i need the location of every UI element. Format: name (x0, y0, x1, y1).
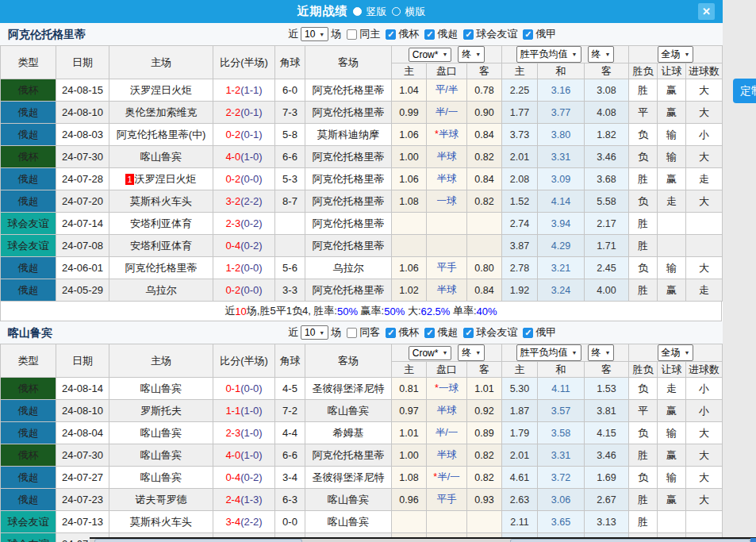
avg-away-odds: 4.15 (585, 422, 629, 444)
sub-header-7: 让球 (658, 362, 686, 378)
crown-home-odds: 1.08 (392, 190, 427, 213)
goals-result-cell: 走 (686, 168, 723, 190)
crown-away-odds (467, 511, 502, 533)
fulltime-select[interactable]: 全场▼ (658, 46, 694, 63)
final-avg-select-value: 终 (592, 346, 601, 359)
score: 3-2(2-2) (213, 190, 275, 213)
same-venue-checkbox[interactable] (347, 328, 357, 338)
league-checkbox-1[interactable] (424, 29, 435, 40)
league-checkbox-2[interactable] (463, 29, 474, 40)
avg-odds-select[interactable]: 胜平负均值▼ (516, 46, 581, 63)
avg-away-odds: 2.45 (585, 257, 629, 279)
away-team: 阿克伦托格里蒂 (305, 168, 392, 190)
home-team: 1沃罗涅日火炬 (109, 168, 213, 190)
final-odds-select[interactable]: 终▼ (458, 46, 485, 63)
result-cell: 胜 (629, 511, 658, 533)
col-header-date: 日期 (56, 344, 109, 378)
home-team: 罗斯托夫 (109, 400, 213, 422)
home-team: 诺夫哥罗德 (109, 489, 213, 511)
handicap: *半球 (427, 124, 467, 146)
final-avg-select[interactable]: 终▼ (588, 46, 615, 63)
avg-away-odds: 1.53 (585, 378, 629, 400)
home-team: 喀山鲁宾 (109, 146, 213, 168)
halftime-score: (2-2) (240, 195, 262, 207)
recent-games-value: 10 (305, 29, 315, 40)
chevron-down-icon: ▼ (475, 52, 481, 57)
table-row: 球会友谊24-07-14安塔利亚体育2-3(0-2)阿克伦托格里蒂2.743.9… (1, 213, 723, 235)
score: 0-2(0-1) (213, 124, 275, 146)
match-type: 球会友谊 (1, 213, 56, 235)
recent-games-select[interactable]: 10▼ (301, 27, 328, 41)
goals-result-cell: 大 (686, 79, 723, 102)
summary-part-8: 单率: (450, 304, 476, 318)
avg-home-odds: 1.92 (502, 279, 538, 302)
odds-source-select[interactable]: Crow*▼ (409, 346, 452, 360)
league-checkbox-2[interactable] (463, 328, 474, 338)
result-cell: 胜 (629, 235, 658, 257)
score: 0-1(0-0) (213, 378, 275, 400)
sub-header-2: 客 (467, 362, 502, 378)
summary-part-4: 赢率: (358, 304, 384, 318)
corners: 5-8 (275, 124, 305, 146)
avg-away-odds: 3.13 (585, 511, 629, 533)
home-team: 乌拉尔 (109, 279, 213, 302)
home-team: 喀山鲁宾 (109, 378, 213, 400)
recent-games-select[interactable]: 10▼ (301, 325, 328, 340)
league-checkbox-3[interactable] (523, 328, 533, 338)
corners: 5-3 (275, 168, 305, 190)
match-date: 24-07-28 (56, 168, 109, 190)
league-label-3: 俄甲 (535, 325, 556, 340)
handicap: 半球 (427, 279, 467, 302)
final-avg-select-value: 终 (592, 48, 601, 61)
crown-home-odds (392, 235, 427, 257)
crown-away-odds: 0.92 (467, 400, 502, 422)
away-team: 希姆基 (305, 422, 392, 444)
league-checkbox-0[interactable] (386, 29, 396, 40)
team-name: 阿克伦托格里蒂 (8, 28, 86, 42)
close-icon[interactable]: ✕ (698, 3, 715, 20)
match-type: 俄杯 (1, 146, 56, 168)
fulltime-select[interactable]: 全场▼ (658, 344, 694, 361)
result-cell: 胜 (629, 279, 658, 302)
league-checkbox-0[interactable] (386, 328, 396, 338)
handicap: 平手 (427, 489, 467, 511)
handicap-result-cell: 赢 (658, 168, 686, 190)
final-avg-select[interactable]: 终▼ (588, 344, 615, 361)
score: 0-4(0-2) (213, 467, 275, 489)
handicap: 半球 (427, 168, 467, 190)
filters: 近10▼场同客俄杯俄超球会友谊俄甲 (288, 321, 556, 344)
crown-away-odds: 0.82 (467, 467, 502, 489)
goals-result-cell (686, 511, 723, 533)
halftime-score: (1-0) (240, 151, 262, 163)
final-odds-select[interactable]: 终▼ (458, 344, 485, 361)
halftime-score: (0-0) (240, 262, 262, 274)
avg-odds-select[interactable]: 胜平负均值▼ (516, 344, 581, 361)
same-venue-label: 同主 (359, 27, 380, 41)
vertical-layout-radio[interactable] (353, 7, 362, 16)
customize-button[interactable]: 定制 (733, 79, 756, 103)
score: 0-2(0-0) (213, 168, 275, 190)
odds-source-select[interactable]: Crow*▼ (409, 48, 452, 62)
avg-draw-odds: 3.72 (538, 467, 585, 489)
horizontal-layout-radio[interactable] (392, 7, 401, 16)
crown-away-odds: 0.89 (467, 422, 502, 444)
sub-header-6: 胜负 (629, 362, 658, 378)
avg-home-odds: 2.25 (502, 79, 538, 102)
dialog-titlebar: 近期战绩 竖版 横版 ✕ (0, 0, 723, 23)
chevron-down-icon: ▼ (319, 330, 324, 336)
fulltime-score: 0-2 (225, 129, 240, 140)
chevron-down-icon: ▼ (685, 350, 690, 356)
avg-away-odds: 3.46 (585, 444, 629, 467)
goals-result-cell: 大 (686, 257, 723, 279)
league-checkbox-1[interactable] (424, 328, 435, 338)
halftime-score: (1-3) (240, 494, 262, 505)
handicap-result-cell: 走 (658, 378, 686, 400)
league-checkbox-3[interactable] (523, 29, 533, 40)
col-header-corner: 角球 (275, 46, 305, 79)
col-header-date: 日期 (56, 46, 109, 79)
goals-result-cell: 大 (686, 422, 723, 444)
league-label-2: 球会友谊 (476, 325, 517, 340)
goals-result-cell: 大 (686, 444, 723, 467)
same-venue-checkbox[interactable] (347, 29, 357, 40)
avg-home-odds: 2.01 (502, 444, 538, 467)
